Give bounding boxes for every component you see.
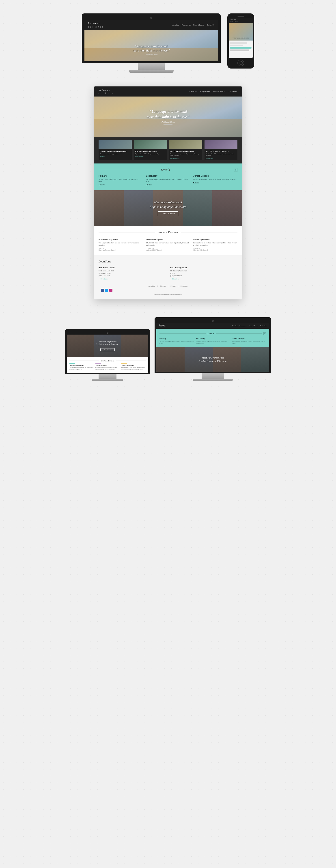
mini-person-1: [67, 335, 94, 357]
levels-title: Levels: [161, 168, 170, 172]
footer-link-fb[interactable]: Facebook: [181, 285, 187, 287]
levels-expand-icon[interactable]: ⊞: [234, 168, 238, 172]
news-body-3: Meet BTL's Team of Educators I believe t…: [205, 149, 238, 160]
mini-expand-icon[interactable]: ⊞: [264, 332, 266, 335]
full-nav-about[interactable]: About Us: [189, 90, 197, 92]
mini-educators-left: Meet our Professional English Language E…: [67, 335, 148, 357]
mini-review-0: "Excite and Inspire us" You are great te…: [69, 363, 94, 370]
level-primary: Primary We offer inspiring English for t…: [98, 175, 143, 186]
location-0-directions[interactable]: → Directions: [98, 278, 166, 280]
instagram-icon[interactable]: [109, 289, 113, 292]
news-body-0: Discover a Revolutionary Approach Our un…: [98, 149, 132, 158]
footer-copyright: © 2016 Between the Lines. All Rights Res…: [98, 293, 238, 295]
monitor-left-screen: Meet our Professional English Language E…: [67, 335, 148, 373]
full-hero: " Language is to the mind more than ligh…: [94, 96, 242, 137]
full-nav-programmes[interactable]: Programmes: [200, 90, 210, 92]
mini-person-3: [121, 335, 148, 357]
monitor-right-camera: [212, 320, 214, 322]
news-img-1: [134, 140, 167, 149]
news-item-0: Discover a Revolutionary Approach Our un…: [98, 140, 132, 160]
mini-review-2: "Inspiring teachers" I always feel a lot…: [121, 363, 146, 370]
phone-home-btn[interactable]: [238, 60, 244, 66]
mini-reviews-grid-left: "Excite and Inspire us" You are great te…: [69, 363, 146, 370]
educators-title: Meet our Professional English Language E…: [150, 200, 186, 209]
full-hero-quote: " Language is to the mind more than ligh…: [147, 109, 189, 125]
twitter-icon[interactable]: [105, 289, 108, 292]
educators-content: Meet our Professional English Language E…: [150, 200, 186, 216]
monitor-left-frame: Meet our Professional English Language E…: [65, 329, 150, 374]
hero-section: " Language is to the mind more than ligh…: [85, 30, 218, 61]
mini-person-r4: [241, 347, 269, 372]
mini-nav-prog[interactable]: Programmes: [240, 325, 247, 327]
nav-news[interactable]: News & Events: [193, 24, 204, 26]
footer-link-about[interactable]: About Us: [149, 285, 155, 287]
mini-nav-contact[interactable]: Contact Us: [260, 325, 267, 327]
full-nav-news[interactable]: News & Events: [213, 90, 225, 92]
reviews-grid: "Excite and Inspire us" You are great te…: [98, 237, 238, 251]
news-body-2: BTL Bukit Timah Demo Lesson Experience i…: [169, 149, 202, 160]
level-primary-link[interactable]: ▸ Details: [98, 184, 143, 186]
review-2-author: Zhang Jia Clement Hills School: [193, 248, 238, 251]
hero-overlay: " Language is to the mind more than ligh…: [132, 44, 170, 57]
news-item-1: BTL Bukit Timah Open House Sign up for o…: [134, 140, 167, 160]
level-jc-link[interactable]: ▸ Details: [193, 182, 238, 183]
locations-grid: BTL Bukit Timah Blk 1 Jalan Anak BukitSi…: [98, 267, 238, 280]
review-1: "Improved English" BTL English class rep…: [146, 237, 190, 251]
monitor-screen: between the lines About Us Programmes Ne…: [85, 20, 218, 61]
location-1-directions[interactable]: → Directions: [170, 278, 238, 280]
phone-content: [229, 40, 253, 58]
page-wrapper: between the lines About Us Programmes Ne…: [0, 0, 336, 390]
review-2-divider: [193, 237, 202, 237]
mini-nav-news[interactable]: News & Events: [249, 325, 258, 327]
level-jc: Junior College We also cater to students…: [193, 175, 238, 186]
quote-language: Language: [152, 110, 167, 113]
nav-about[interactable]: About Us: [173, 24, 179, 26]
mini-educators-title-left: Meet our Professional English Language E…: [96, 340, 119, 346]
footer-sep-2: |: [178, 285, 178, 287]
hero-author: – William Gibson: [132, 54, 170, 56]
phone-screen: between the lines " Language is to the m…: [229, 18, 253, 58]
section-1-devices: between the lines About Us Programmes Ne…: [82, 13, 254, 73]
mini-site-left: Meet our Professional English Language E…: [67, 335, 148, 373]
review-2: "Inspiring teachers" I always feel a lot…: [193, 237, 238, 251]
monitor-left: Meet our Professional English Language E…: [65, 329, 150, 381]
review-0-divider: [98, 237, 108, 237]
full-nav-contact[interactable]: Contact Us: [228, 90, 238, 92]
mini-person-r1: [156, 347, 185, 372]
footer-link-privacy[interactable]: Privacy: [171, 285, 176, 287]
nav-programmes[interactable]: Programmes: [182, 24, 191, 26]
quote-light: light: [162, 115, 169, 119]
level-secondary-link[interactable]: ▸ Details: [146, 184, 190, 186]
mini-educators-content-left: Meet our Professional English Language E…: [96, 340, 119, 351]
phone-logo: between the lines: [231, 19, 238, 22]
mini-levels-title-right: Levels: [207, 332, 214, 335]
mini-nav-right: between the lines About Us Programmes Ne…: [156, 323, 269, 329]
mini-educators-btn-left[interactable]: → Our Educators: [100, 348, 115, 351]
mini-nav-links-right: About Us Programmes News & Events Contac…: [232, 325, 267, 327]
nav-contact[interactable]: Contact Us: [207, 24, 214, 26]
review-1-divider: [146, 237, 155, 237]
facebook-icon[interactable]: [101, 289, 104, 292]
news-item-2: BTL Bukit Timah Demo Lesson Experience i…: [169, 140, 202, 160]
news-img-2: [169, 140, 202, 149]
reviews-title: Student Reviews: [158, 231, 178, 234]
phone-quote: " Language is to the mind: [229, 37, 253, 39]
news-img-3: [205, 140, 238, 149]
footer-link-sitemap[interactable]: Sitemap: [160, 285, 166, 287]
educators-section: Meet our Professional English Language E…: [94, 190, 242, 226]
phone-hero: " Language is to the mind: [229, 23, 253, 40]
phone-nav: between the lines: [229, 18, 253, 23]
reviews-section: Student Reviews "Excite and Inspire us" …: [94, 226, 242, 255]
review-1-author: Dorothy, 14 Methodist Girls' School: [146, 248, 190, 251]
monitor-base: [129, 70, 174, 73]
hero-author-full: – William Gibson: [147, 121, 189, 123]
educators-btn[interactable]: → Our Educators: [158, 211, 178, 216]
mini-nav-about[interactable]: About Us: [232, 325, 238, 327]
quote-part2: is to the mind: [166, 110, 187, 113]
quote-part1: ": [149, 110, 152, 113]
news-grid: Discover a Revolutionary Approach Our un…: [98, 140, 238, 160]
mini-educators-title-right: Meet our Professional English Language E…: [198, 356, 227, 363]
levels-grid: Primary We offer inspiring English for t…: [98, 175, 238, 186]
monitor-right-base: [193, 379, 233, 381]
locations-section: Locations BTL Bukit Timah Blk 1 Jalan An…: [94, 255, 242, 300]
